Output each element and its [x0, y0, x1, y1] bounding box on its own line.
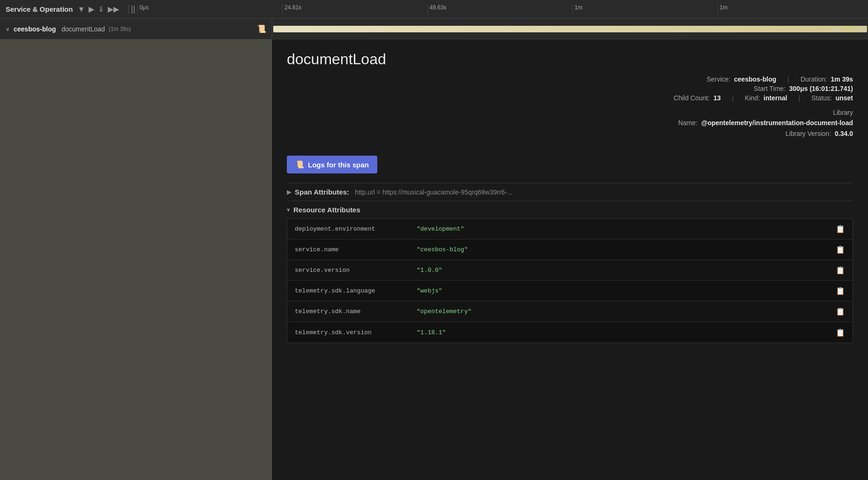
- header-controls: ▼ ▶ ⇓ ▶▶: [77, 5, 119, 14]
- attr-key: service.name: [287, 241, 409, 258]
- kind-value: internal: [763, 94, 787, 102]
- timeline-tick-3: 1m: [572, 4, 717, 14]
- attr-value: "ceesbos-blog": [409, 241, 828, 258]
- timeline-tick-0: 0μs: [137, 4, 282, 14]
- table-row: service.version "1.0.0" 📋: [287, 260, 853, 281]
- span-attributes-title: Span Attributes:: [295, 188, 349, 196]
- service-value: ceesbos-blog: [734, 75, 776, 83]
- library-name: Name: @opentelemetry/instrumentation-doc…: [678, 118, 853, 128]
- timeline-tick-4: 1m: [718, 4, 862, 14]
- header-title: Service & Operation: [6, 5, 73, 13]
- span-bar-area: 14s 39s: [272, 19, 868, 39]
- pause-icon[interactable]: ||: [131, 4, 135, 14]
- timeline-header: || 0μs 24.81s 49.63s 1m 1m: [128, 4, 862, 14]
- child-count: Child Count: 13: [673, 94, 720, 102]
- next-icon[interactable]: ▶: [89, 5, 94, 14]
- library-version-value: 0.34.0: [835, 130, 853, 137]
- timeline-tick-2: 49.63s: [427, 4, 572, 14]
- meta-start-time: Start Time: 300μs (16:01:21.741): [754, 85, 853, 92]
- logs-button-label: Logs for this span: [308, 161, 369, 169]
- span-attributes-section-header[interactable]: ▶ Span Attributes: http.url = https://mu…: [287, 183, 853, 201]
- attr-value: "1.0.0": [409, 262, 828, 278]
- span-service[interactable]: ceesbos-blog: [14, 25, 56, 33]
- attr-value: "opentelemetry": [409, 303, 828, 320]
- header-bar: Service & Operation ▼ ▶ ⇓ ▶▶ || 0μs 24.8…: [0, 0, 868, 19]
- resource-attributes-table: deployment.environment "development" 📋 s…: [287, 218, 853, 343]
- meta-divider-3: |: [799, 94, 801, 102]
- attr-value: "1.18.1": [409, 324, 828, 341]
- attr-value: "development": [409, 221, 828, 237]
- resource-attributes-title: Resource Attributes: [293, 206, 360, 214]
- span-collapse-chevron[interactable]: ∨: [6, 26, 10, 32]
- span-label-area: ∨ ceesbos-blog documentLoad (1m 39s) 📜: [0, 24, 272, 33]
- attr-value: "webjs": [409, 283, 828, 299]
- span-bar-label-39s: 39s: [858, 26, 866, 32]
- dropdown-icon[interactable]: ▼: [77, 5, 85, 14]
- meta-grid: Service: ceesbos-blog | Duration: 1m 39s…: [287, 75, 853, 139]
- span-title: documentLoad: [287, 51, 853, 68]
- table-row: deployment.environment "development" 📋: [287, 219, 853, 240]
- table-row: telemetry.sdk.language "webjs" 📋: [287, 281, 853, 301]
- copy-icon[interactable]: 📋: [828, 261, 853, 279]
- library-version: Library Version: 0.34.0: [678, 128, 853, 139]
- attr-key: service.version: [287, 262, 409, 278]
- child-count-value: 13: [713, 94, 721, 102]
- fast-forward-icon[interactable]: ▶▶: [108, 5, 119, 14]
- library-section: Library Name: @opentelemetry/instrumenta…: [678, 107, 853, 139]
- span-operation: documentLoad: [61, 25, 105, 33]
- attr-key: telemetry.sdk.version: [287, 324, 409, 341]
- status-value: unset: [836, 94, 853, 102]
- table-row: telemetry.sdk.version "1.18.1" 📋: [287, 322, 853, 343]
- meta-divider-1: |: [787, 75, 789, 83]
- resource-attributes-chevron: ▾: [287, 207, 290, 213]
- copy-icon[interactable]: 📋: [828, 302, 853, 321]
- copy-icon[interactable]: 📋: [828, 282, 853, 300]
- span-attributes-chevron: ▶: [287, 189, 291, 195]
- service-label: Service: ceesbos-blog: [707, 75, 777, 83]
- library-name-value: @opentelemetry/instrumentation-document-…: [701, 119, 853, 127]
- span-bar-label-14s: 14s: [831, 26, 840, 32]
- meta-service-duration: Service: ceesbos-blog | Duration: 1m 39s: [707, 75, 853, 83]
- left-panel: [0, 39, 272, 480]
- right-panel: documentLoad Service: ceesbos-blog | Dur…: [272, 39, 868, 480]
- jump-down-icon[interactable]: ⇓: [98, 5, 104, 14]
- span-log-icon[interactable]: 📜: [257, 24, 266, 33]
- attr-key: telemetry.sdk.language: [287, 283, 409, 299]
- logs-for-span-button[interactable]: 📜 Logs for this span: [287, 156, 377, 173]
- copy-icon[interactable]: 📋: [828, 323, 853, 342]
- span-bar: [273, 26, 867, 32]
- copy-icon[interactable]: 📋: [828, 240, 853, 259]
- main-layout: documentLoad Service: ceesbos-blog | Dur…: [0, 39, 868, 480]
- span-attributes-preview: http.url = https://musical-guacamole-95q…: [355, 188, 513, 196]
- span-row: ∨ ceesbos-blog documentLoad (1m 39s) 📜 1…: [0, 19, 868, 39]
- copy-icon[interactable]: 📋: [828, 220, 853, 238]
- library-label: Library: [678, 107, 853, 118]
- kind: Kind: internal: [745, 94, 787, 102]
- attr-key: telemetry.sdk.name: [287, 303, 409, 320]
- logs-button-icon: 📜: [295, 160, 304, 169]
- duration-label: Duration: 1m 39s: [801, 75, 853, 83]
- span-duration: (1m 39s): [109, 26, 131, 32]
- status: Status: unset: [811, 94, 853, 102]
- table-row: service.name "ceesbos-blog" 📋: [287, 240, 853, 260]
- meta-child-kind-status: Child Count: 13 | Kind: internal | Statu…: [673, 94, 853, 102]
- resource-attributes-section-header[interactable]: ▾ Resource Attributes: [287, 201, 853, 218]
- start-time-value: 300μs (16:01:21.741): [789, 85, 853, 92]
- meta-divider-2: |: [732, 94, 734, 102]
- table-row: telemetry.sdk.name "opentelemetry" 📋: [287, 301, 853, 322]
- timeline-tick-1: 24.81s: [282, 4, 427, 14]
- duration-value: 1m 39s: [831, 75, 853, 83]
- attr-key: deployment.environment: [287, 221, 409, 237]
